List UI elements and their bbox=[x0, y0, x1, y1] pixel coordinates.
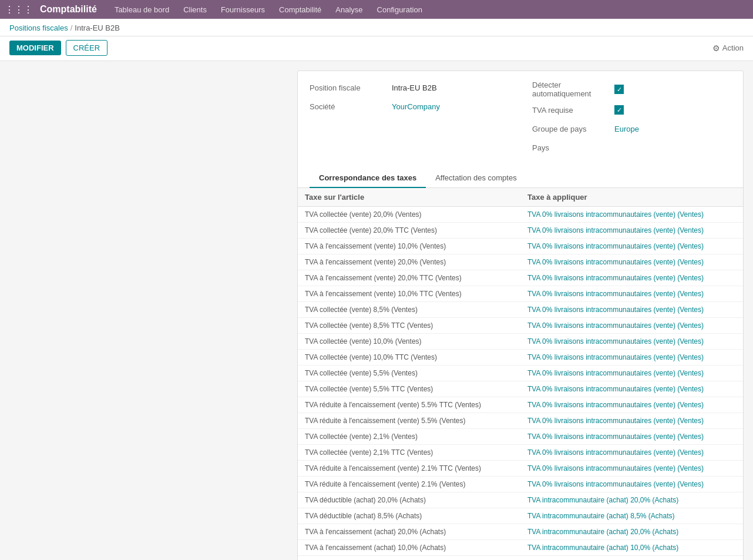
gear-icon: ⚙ bbox=[712, 43, 720, 53]
tax-apply-cell[interactable]: TVA 0% livraisons intracommunautaires (v… bbox=[520, 207, 743, 223]
tab-correspondance[interactable]: Correspondance des taxes bbox=[310, 169, 426, 188]
tva-requise-checkbox[interactable]: ✓ bbox=[614, 105, 624, 115]
tax-article-cell: TVA déductible (achat) 20,0% (Achats) bbox=[298, 492, 520, 508]
position-fiscale-row: Position fiscale Intra-EU B2B bbox=[310, 81, 509, 95]
field-group-right: Détecter automatiquement ✓ TVA requise ✓… bbox=[532, 81, 731, 159]
tax-article-cell: TVA réduite à l'encaissement (vente) 5.5… bbox=[298, 397, 520, 413]
form-fields: Position fiscale Intra-EU B2B Société Yo… bbox=[298, 71, 743, 169]
tax-article-cell: TVA collectée (vente) 20,0% TTC (Ventes) bbox=[298, 223, 520, 239]
app-title: Comptabilité bbox=[40, 4, 97, 15]
tax-apply-cell[interactable]: TVA 0% livraisons intracommunautaires (v… bbox=[520, 334, 743, 350]
nav-menu: Tableau de bord Clients Fournisseurs Com… bbox=[109, 3, 428, 16]
action-menu[interactable]: ⚙ Action bbox=[712, 43, 744, 53]
breadcrumb-parent[interactable]: Positions fiscales bbox=[9, 24, 68, 32]
apps-icon[interactable]: ⋮⋮⋮ bbox=[5, 4, 33, 15]
modifier-button[interactable]: MODIFIER bbox=[9, 41, 61, 55]
tax-apply-cell[interactable]: TVA 0% livraisons intracommunautaires (v… bbox=[520, 239, 743, 254]
tax-apply-cell[interactable]: TVA 0% livraisons intracommunautaires (v… bbox=[520, 286, 743, 302]
tax-article-cell: TVA collectée (vente) 8,5% TTC (Ventes) bbox=[298, 318, 520, 334]
tax-article-cell: TVA déductible (achat) 8,5% (Achats) bbox=[298, 508, 520, 524]
form-card: Position fiscale Intra-EU B2B Société Yo… bbox=[297, 71, 744, 560]
table-row: TVA réduite à l'encaissement (vente) 2.1… bbox=[298, 477, 743, 492]
table-row: TVA collectée (vente) 8,5% TTC (Ventes)T… bbox=[298, 318, 743, 334]
tax-apply-cell[interactable]: TVA 0% livraisons intracommunautaires (v… bbox=[520, 270, 743, 286]
tax-apply-cell[interactable]: TVA 0% livraisons intracommunautaires (v… bbox=[520, 429, 743, 445]
table-row: TVA collectée (vente) 5,5% (Ventes)TVA 0… bbox=[298, 365, 743, 381]
societe-label: Société bbox=[310, 102, 392, 111]
action-bar: MODIFIER CRÉER ⚙ Action bbox=[0, 36, 753, 61]
tax-apply-cell[interactable]: TVA 0% livraisons intracommunautaires (v… bbox=[520, 223, 743, 239]
tax-article-cell: TVA collectée (vente) 8,5% (Ventes) bbox=[298, 302, 520, 318]
breadcrumb-separator: / bbox=[70, 24, 73, 32]
tax-apply-cell[interactable]: TVA 0% livraisons intracommunautaires (v… bbox=[520, 413, 743, 429]
breadcrumb-current: Intra-EU B2B bbox=[75, 24, 120, 32]
tax-apply-cell[interactable]: TVA intracommunautaire (achat) 8,5% (Ach… bbox=[520, 508, 743, 524]
tax-apply-cell[interactable]: TVA 0% livraisons intracommunautaires (v… bbox=[520, 365, 743, 381]
tva-requise-row: TVA requise ✓ bbox=[532, 103, 731, 117]
tax-apply-cell[interactable]: TVA 0% livraisons intracommunautaires (v… bbox=[520, 477, 743, 492]
tax-apply-cell[interactable]: TVA 0% livraisons intracommunautaires (v… bbox=[520, 318, 743, 334]
top-nav: ⋮⋮⋮ Comptabilité Tableau de bord Clients… bbox=[0, 0, 753, 19]
societe-row: Société YourCompany bbox=[310, 99, 509, 113]
tax-apply-cell[interactable]: TVA 0% livraisons intracommunautaires (v… bbox=[520, 445, 743, 461]
tva-requise-label: TVA requise bbox=[532, 106, 614, 115]
pays-label: Pays bbox=[532, 143, 614, 152]
tax-apply-cell[interactable]: TVA intracommunautaire (achat) 10,0% (Ac… bbox=[520, 556, 743, 561]
tax-article-cell: TVA réduite à l'encaissement (vente) 2.1… bbox=[298, 461, 520, 477]
tax-table: Taxe sur l'article Taxe à appliquer TVA … bbox=[298, 188, 743, 560]
table-row: TVA collectée (vente) 8,5% (Ventes)TVA 0… bbox=[298, 302, 743, 318]
tax-article-cell: TVA réduite à l'encaissement (vente) 5.5… bbox=[298, 413, 520, 429]
tab-affectation[interactable]: Affectation des comptes bbox=[426, 169, 526, 188]
col-left-header: Taxe sur l'article bbox=[298, 188, 520, 207]
col-right-header: Taxe à appliquer bbox=[520, 188, 743, 207]
table-row: TVA collectée (vente) 10,0% (Ventes)TVA … bbox=[298, 334, 743, 350]
table-row: TVA à l'encaissement (achat) 10,0% (Acha… bbox=[298, 540, 743, 556]
table-row: TVA déductible (achat) 20,0% (Achats)TVA… bbox=[298, 492, 743, 508]
nav-tableau-de-bord[interactable]: Tableau de bord bbox=[109, 3, 175, 16]
groupe-de-pays-row: Groupe de pays Europe bbox=[532, 122, 731, 136]
table-row: TVA à l'encaissement (vente) 20,0% (Vent… bbox=[298, 254, 743, 270]
tax-article-cell: TVA collectée (vente) 2,1% (Ventes) bbox=[298, 429, 520, 445]
tax-apply-cell[interactable]: TVA 0% livraisons intracommunautaires (v… bbox=[520, 397, 743, 413]
tax-article-cell: TVA à l'encaissement (vente) 20,0% TTC (… bbox=[298, 270, 520, 286]
table-row: TVA réduite à l'encaissement (vente) 5.5… bbox=[298, 397, 743, 413]
nav-configuration[interactable]: Configuration bbox=[371, 3, 428, 16]
tax-article-cell: TVA à l'encaissement (vente) 10,0% TTC (… bbox=[298, 286, 520, 302]
action-label: Action bbox=[722, 43, 744, 52]
groupe-de-pays-label: Groupe de pays bbox=[532, 125, 614, 133]
tax-article-cell: TVA collectée (vente) 10,0% (Ventes) bbox=[298, 334, 520, 350]
detecter-row: Détecter automatiquement ✓ bbox=[532, 81, 731, 98]
tax-apply-cell[interactable]: TVA 0% livraisons intracommunautaires (v… bbox=[520, 381, 743, 397]
nav-comptabilite[interactable]: Comptabilité bbox=[273, 3, 327, 16]
tax-apply-cell[interactable]: TVA 0% livraisons intracommunautaires (v… bbox=[520, 254, 743, 270]
tax-article-cell: TVA collectée (vente) 2,1% TTC (Ventes) bbox=[298, 445, 520, 461]
detecter-checkbox[interactable]: ✓ bbox=[614, 85, 624, 94]
creer-button[interactable]: CRÉER bbox=[66, 40, 108, 56]
tax-apply-cell[interactable]: TVA intracommunautaire (achat) 20,0% (Ac… bbox=[520, 524, 743, 540]
groupe-de-pays-value[interactable]: Europe bbox=[614, 125, 639, 133]
left-sidebar bbox=[9, 71, 297, 560]
position-fiscale-label: Position fiscale bbox=[310, 83, 392, 92]
societe-value[interactable]: YourCompany bbox=[392, 102, 440, 111]
main-content: Position fiscale Intra-EU B2B Société Yo… bbox=[0, 61, 753, 560]
nav-clients[interactable]: Clients bbox=[177, 3, 213, 16]
tax-article-cell: TVA à l'encaissement (achat) 10,0% (Acha… bbox=[298, 540, 520, 556]
tax-article-cell: TVA à l'encaissement (vente) 10,0% (Vent… bbox=[298, 239, 520, 254]
detecter-label: Détecter automatiquement bbox=[532, 81, 614, 98]
table-row: TVA collectée (vente) 2,1% TTC (Ventes)T… bbox=[298, 445, 743, 461]
table-row: TVA à l'encaissement (achat) 20,0% (Acha… bbox=[298, 524, 743, 540]
table-row: TVA collectée (vente) 5,5% TTC (Ventes)T… bbox=[298, 381, 743, 397]
table-row: TVA réduite à l'encaissement (vente) 5.5… bbox=[298, 413, 743, 429]
tax-apply-cell[interactable]: TVA 0% livraisons intracommunautaires (v… bbox=[520, 350, 743, 365]
nav-analyse[interactable]: Analyse bbox=[330, 3, 368, 16]
table-row: TVA à l'encaissement (vente) 10,0% (Vent… bbox=[298, 239, 743, 254]
breadcrumb-bar: Positions fiscales / Intra-EU B2B bbox=[0, 19, 753, 36]
tax-apply-cell[interactable]: TVA intracommunautaire (achat) 20,0% (Ac… bbox=[520, 492, 743, 508]
tax-apply-cell[interactable]: TVA intracommunautaire (achat) 10,0% (Ac… bbox=[520, 540, 743, 556]
tax-article-cell: TVA collectée (vente) 10,0% TTC (Ventes) bbox=[298, 350, 520, 365]
table-row: TVA collectée (vente) 10,0% TTC (Ventes)… bbox=[298, 350, 743, 365]
tax-apply-cell[interactable]: TVA 0% livraisons intracommunautaires (v… bbox=[520, 302, 743, 318]
tax-article-cell: TVA collectée (vente) 5,5% TTC (Ventes) bbox=[298, 381, 520, 397]
nav-fournisseurs[interactable]: Fournisseurs bbox=[215, 3, 271, 16]
tax-apply-cell[interactable]: TVA 0% livraisons intracommunautaires (v… bbox=[520, 461, 743, 477]
